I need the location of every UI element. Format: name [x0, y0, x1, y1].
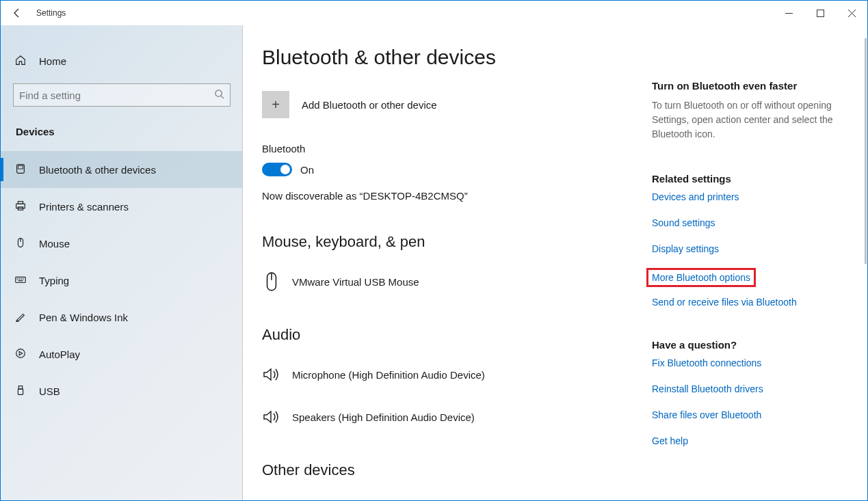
search-input[interactable]: [19, 90, 214, 101]
group-title-mouse: Mouse, keyboard, & pen: [262, 233, 652, 251]
sidebar-item-label: Typing: [39, 275, 69, 286]
keyboard-icon: [14, 273, 27, 288]
sidebar-item-bluetooth[interactable]: Bluetooth & other devices: [1, 151, 243, 188]
plus-icon: +: [262, 91, 289, 118]
sidebar-item-label: Mouse: [39, 238, 70, 249]
related-heading: Related settings: [652, 173, 843, 185]
sidebar-item-pen[interactable]: Pen & Windows Ink: [1, 299, 243, 336]
sidebar-item-label: AutoPlay: [39, 349, 80, 360]
link-get-help[interactable]: Get help: [652, 435, 843, 446]
home-link[interactable]: Home: [1, 50, 243, 83]
link-fix-bluetooth[interactable]: Fix Bluetooth connections: [652, 357, 843, 368]
usb-icon: [14, 384, 27, 398]
home-icon: [14, 54, 27, 68]
close-button[interactable]: [836, 1, 867, 25]
svg-rect-5: [18, 165, 23, 169]
main-content: Bluetooth & other devices + Add Bluetoot…: [243, 25, 867, 501]
add-device-button[interactable]: + Add Bluetooth or other device: [262, 91, 652, 118]
minimize-button[interactable]: [773, 1, 804, 25]
group-title-audio: Audio: [262, 326, 652, 344]
link-send-receive-files[interactable]: Send or receive files via Bluetooth: [652, 297, 843, 308]
sidebar-item-label: Bluetooth & other devices: [39, 164, 156, 176]
link-sound-settings[interactable]: Sound settings: [652, 217, 843, 228]
autoplay-icon: [14, 347, 27, 362]
sidebar: Home Devices Bluetooth & other devices P…: [1, 25, 243, 501]
sidebar-item-label: Pen & Windows Ink: [39, 312, 128, 323]
svg-line-3: [221, 96, 224, 98]
speaker-icon: [262, 367, 281, 382]
svg-point-17: [16, 349, 25, 357]
maximize-button[interactable]: [804, 1, 836, 25]
scrollbar[interactable]: [865, 38, 867, 264]
tip-text: To turn Bluetooth on or off without open…: [652, 98, 843, 141]
svg-rect-11: [16, 277, 25, 282]
question-heading: Have a question?: [652, 339, 843, 351]
svg-rect-7: [18, 201, 23, 204]
link-reinstall-drivers[interactable]: Reinstall Bluetooth drivers: [652, 383, 843, 394]
add-device-label: Add Bluetooth or other device: [302, 99, 437, 111]
svg-point-2: [215, 90, 222, 96]
device-row[interactable]: Speakers (High Definition Audio Device): [262, 396, 652, 438]
back-button[interactable]: [1, 1, 34, 25]
search-icon: [214, 89, 224, 102]
home-label: Home: [39, 55, 66, 67]
sidebar-item-typing[interactable]: Typing: [1, 262, 243, 299]
link-display-settings[interactable]: Display settings: [652, 243, 843, 254]
toggle-state: On: [300, 164, 314, 176]
page-title: Bluetooth & other devices: [262, 46, 652, 69]
discoverable-text: Now discoverable as “DESKTOP-4B2CMSQ”: [262, 190, 652, 202]
sidebar-item-mouse[interactable]: Mouse: [1, 225, 243, 262]
bluetooth-toggle[interactable]: [262, 163, 292, 176]
speaker-icon: [262, 409, 281, 424]
window-title: Settings: [36, 8, 66, 18]
link-devices-printers[interactable]: Devices and printers: [652, 191, 843, 202]
titlebar: Settings: [1, 1, 867, 25]
device-name: VMware Virtual USB Mouse: [292, 276, 419, 288]
printer-icon: [14, 200, 27, 214]
category-label: Devices: [1, 126, 243, 151]
bluetooth-label: Bluetooth: [262, 143, 652, 154]
svg-rect-1: [817, 10, 824, 16]
device-row[interactable]: VMware Virtual USB Mouse: [262, 260, 652, 303]
svg-rect-19: [18, 389, 23, 394]
link-share-files[interactable]: Share files over Bluetooth: [652, 409, 843, 420]
sidebar-item-autoplay[interactable]: AutoPlay: [1, 336, 243, 373]
right-pane: Turn on Bluetooth even faster To turn Bl…: [652, 46, 843, 501]
sidebar-item-printers[interactable]: Printers & scanners: [1, 188, 243, 225]
bluetooth-icon: [14, 163, 27, 177]
mouse-icon: [14, 236, 27, 251]
group-title-other: Other devices: [262, 461, 652, 479]
sidebar-item-usb[interactable]: USB: [1, 373, 243, 409]
device-name: Microphone (High Definition Audio Device…: [292, 369, 485, 381]
link-more-bluetooth-options[interactable]: More Bluetooth options: [648, 269, 754, 286]
search-input-container[interactable]: [13, 83, 231, 107]
device-row[interactable]: Microphone (High Definition Audio Device…: [262, 353, 652, 396]
svg-rect-6: [16, 204, 25, 208]
mouse-icon: [262, 271, 281, 292]
tip-heading: Turn on Bluetooth even faster: [652, 80, 843, 92]
sidebar-item-label: USB: [39, 385, 60, 397]
sidebar-item-label: Printers & scanners: [39, 201, 129, 213]
device-name: Speakers (High Definition Audio Device): [292, 411, 475, 423]
pen-icon: [14, 310, 27, 325]
svg-rect-18: [18, 385, 22, 389]
